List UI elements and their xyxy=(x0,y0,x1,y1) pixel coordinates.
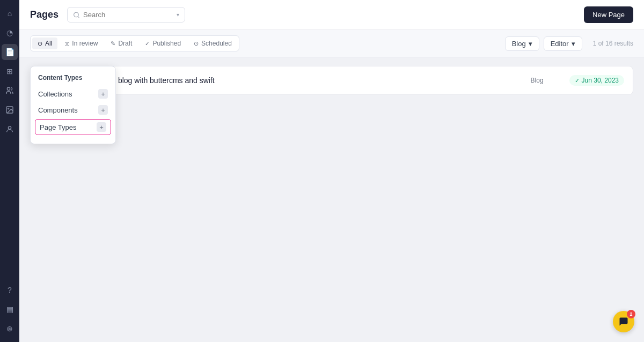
new-page-button[interactable]: New Page xyxy=(584,6,633,23)
editor-label: Editor xyxy=(551,40,569,48)
results-count: 1 of 16 results xyxy=(593,40,633,47)
table-row: G How to build blog with buttercms and s… xyxy=(31,66,633,94)
help-icon[interactable]: ? xyxy=(2,282,18,298)
search-input[interactable] xyxy=(83,11,173,19)
collections-add-button[interactable]: + xyxy=(98,89,108,99)
date-text: Jun 30, 2023 xyxy=(582,77,619,84)
tab-draft[interactable]: ✎ Draft xyxy=(105,38,137,49)
scheduled-icon: ⊙ xyxy=(194,40,199,47)
tab-all[interactable]: ⊙ All xyxy=(32,38,57,49)
header-left: Pages ▾ xyxy=(30,7,185,23)
components-add-button[interactable]: + xyxy=(98,105,108,115)
search-box[interactable]: ▾ xyxy=(67,7,185,23)
published-icon: ✓ xyxy=(145,40,150,47)
grid-icon[interactable]: ⊞ xyxy=(2,63,18,79)
collections-label: Collections xyxy=(38,90,72,98)
draft-icon: ✎ xyxy=(111,40,115,47)
blog-label: Blog xyxy=(512,40,526,48)
tab-scheduled-label: Scheduled xyxy=(201,40,232,47)
page-types-add-button[interactable]: + xyxy=(97,122,106,132)
filter-tabs: ⊙ All ⧖ In review ✎ Draft ✓ Published ⊙ … xyxy=(30,35,239,51)
chevron-down-icon[interactable]: ▾ xyxy=(177,12,179,18)
date-badge: ✓ Jun 30, 2023 xyxy=(569,75,624,86)
components-item[interactable]: Components + xyxy=(31,102,115,118)
users-icon[interactable] xyxy=(2,83,18,99)
filter-right: Blog ▾ Editor ▾ 1 of 16 results xyxy=(505,36,633,51)
editor-chevron-icon: ▾ xyxy=(572,40,575,48)
blog-dropdown[interactable]: Blog ▾ xyxy=(505,36,539,51)
clock-icon[interactable]: ◔ xyxy=(2,25,18,41)
chat-badge: 2 xyxy=(627,310,635,318)
main-content: Pages ▾ New Page ⊙ All ⧖ In review ✎ xyxy=(19,0,644,342)
review-icon: ⧖ xyxy=(65,40,69,47)
page-type-badge: Blog xyxy=(531,77,563,84)
table-icon[interactable]: ▤ xyxy=(2,301,18,317)
tab-all-label: All xyxy=(45,40,52,47)
page-title: Pages xyxy=(30,9,58,20)
components-label: Components xyxy=(38,106,78,114)
tab-published-label: Published xyxy=(152,40,181,47)
all-icon: ⊙ xyxy=(38,40,42,47)
svg-point-0 xyxy=(7,87,10,90)
blog-chevron-icon: ▾ xyxy=(529,40,532,48)
check-icon: ✓ xyxy=(575,77,580,84)
tab-published[interactable]: ✓ Published xyxy=(140,38,186,49)
image-icon[interactable] xyxy=(2,102,18,118)
content-types-popup: Content Types Collections + Components +… xyxy=(30,66,116,144)
tab-in-review[interactable]: ⧖ In review xyxy=(60,38,103,49)
page-title-text[interactable]: How to build blog with buttercms and swi… xyxy=(75,76,524,85)
tab-in-review-label: In review xyxy=(72,40,98,47)
sidebar: ⌂ ◔ 📄 ⊞ ? ▤ ⊛ xyxy=(0,0,19,342)
page-types-item[interactable]: Page Types + xyxy=(35,119,111,135)
content-area: G How to build blog with buttercms and s… xyxy=(19,57,644,342)
chat-widget[interactable]: 2 xyxy=(613,311,634,332)
collections-item[interactable]: Collections + xyxy=(31,86,115,102)
person-icon[interactable] xyxy=(2,121,18,137)
page-types-label: Page Types xyxy=(40,123,76,131)
file-icon[interactable]: 📄 xyxy=(2,44,18,60)
svg-point-3 xyxy=(8,127,11,129)
search-icon xyxy=(73,11,80,19)
svg-point-4 xyxy=(74,12,79,17)
chat-icon xyxy=(618,316,629,327)
home-icon[interactable]: ⌂ xyxy=(2,5,18,21)
tab-scheduled[interactable]: ⊙ Scheduled xyxy=(188,38,237,49)
tab-draft-label: Draft xyxy=(118,40,132,47)
pages-list: G How to build blog with buttercms and s… xyxy=(30,66,633,95)
popup-title: Content Types xyxy=(31,74,115,86)
header: Pages ▾ New Page xyxy=(19,0,644,30)
filter-bar: ⊙ All ⧖ In review ✎ Draft ✓ Published ⊙ … xyxy=(19,30,644,57)
editor-dropdown[interactable]: Editor ▾ xyxy=(544,36,582,51)
svg-point-2 xyxy=(8,108,9,109)
layers-icon[interactable]: ⊛ xyxy=(2,321,18,337)
